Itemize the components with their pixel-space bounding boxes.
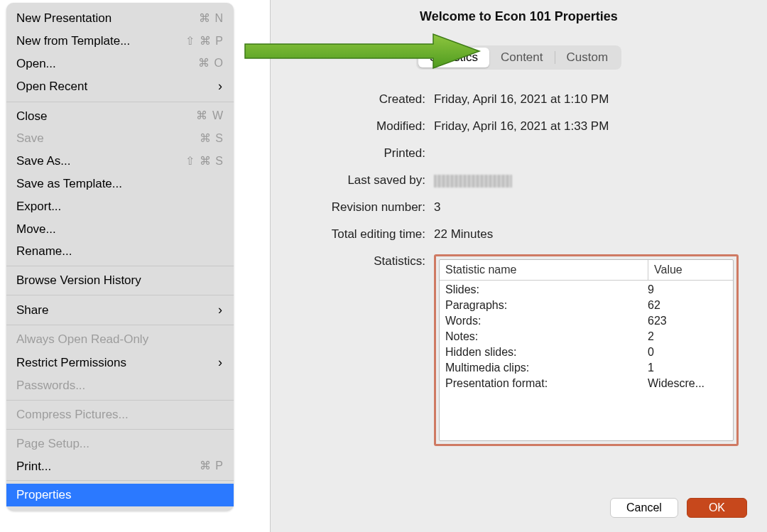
menu-item[interactable]: Save As...⇧ ⌘ S — [6, 150, 234, 173]
menu-item-shortcut: ⇧ ⌘ P — [185, 33, 224, 49]
menu-item[interactable]: Share› — [6, 298, 234, 322]
stat-value: 623 — [648, 315, 727, 327]
chevron-right-icon: › — [218, 354, 222, 371]
menu-item-shortcut: ⌘ O — [198, 55, 224, 71]
menu-item[interactable]: Rename... — [6, 240, 234, 263]
menu-item-label: New from Template... — [16, 33, 185, 50]
tab-group: Statistics Content Custom — [416, 45, 621, 70]
stats-header-name: Statistic name — [440, 260, 648, 280]
menu-item[interactable]: Export... — [6, 195, 234, 218]
last-saved-by-label: Last saved by: — [299, 172, 434, 188]
stats-row: Words:623 — [440, 313, 733, 329]
menu-item[interactable]: Properties — [6, 484, 234, 506]
stat-value: 2 — [648, 330, 727, 343]
stat-name: Paragraphs: — [445, 299, 648, 312]
menu-item-label: Export... — [16, 198, 224, 215]
stats-row: Notes:2 — [440, 329, 733, 344]
menu-item: Always Open Read-Only — [6, 328, 234, 351]
stat-value: 62 — [648, 299, 727, 312]
stat-value: 1 — [648, 362, 727, 374]
menu-item-label: Open Recent — [16, 78, 218, 95]
printed-label: Printed: — [299, 145, 434, 161]
tab-custom[interactable]: Custom — [555, 48, 620, 67]
stat-value: Widescre... — [648, 377, 727, 390]
menu-item-label: Browse Version History — [16, 272, 224, 289]
sheet-title: Welcome to Econ 101 Properties — [271, 0, 767, 45]
statistics-highlight-box: Statistic name Value Slides:9Paragraphs:… — [434, 254, 739, 446]
stat-name: Notes: — [445, 330, 648, 343]
stats-header-value: Value — [648, 260, 733, 280]
modified-value: Friday, April 16, 2021 at 1:33 PM — [434, 118, 739, 134]
menu-item-shortcut: ⌘ N — [199, 11, 224, 26]
menu-item-label: Open... — [16, 55, 198, 72]
menu-item-label: Properties — [16, 487, 224, 504]
stats-row: Multimedia clips:1 — [440, 360, 733, 376]
menu-item-label: Compress Pictures... — [16, 406, 224, 423]
revision-value: 3 — [434, 199, 739, 215]
dialog-buttons: Cancel OK — [610, 498, 747, 518]
menu-item[interactable]: Print...⌘ P — [6, 455, 234, 478]
tab-statistics[interactable]: Statistics — [418, 48, 489, 67]
stat-name: Slides: — [445, 283, 648, 296]
menu-item[interactable]: Save as Template... — [6, 173, 234, 195]
menu-item-shortcut: ⌘ S — [200, 131, 224, 146]
editing-time-value: 22 Minutes — [434, 226, 739, 241]
menu-item-shortcut: ⇧ ⌘ S — [185, 153, 224, 169]
stat-name: Hidden slides: — [445, 346, 648, 359]
stat-name: Multimedia clips: — [445, 362, 648, 374]
menu-item-label: Passwords... — [16, 377, 224, 394]
menu-item-label: Restrict Permissions — [16, 354, 218, 371]
menu-item: Save⌘ S — [6, 127, 234, 150]
menu-item-label: Print... — [16, 458, 200, 475]
created-label: Created: — [299, 91, 434, 107]
menu-item-label: Save — [16, 130, 200, 147]
fields-area: Created: Friday, April 16, 2021 at 1:10 … — [299, 91, 739, 446]
menu-item-label: Share — [16, 302, 218, 319]
menu-item-label: Rename... — [16, 243, 224, 260]
redacted-name — [434, 175, 512, 188]
tab-bar: Statistics Content Custom — [306, 45, 731, 70]
menu-item: Page Setup... — [6, 433, 234, 455]
printed-value — [434, 145, 739, 146]
stat-value: 0 — [648, 346, 727, 359]
stats-row: Slides:9 — [440, 282, 733, 298]
stats-row: Hidden slides:0 — [440, 344, 733, 360]
menu-item-label: New Presentation — [16, 10, 199, 27]
menu-item[interactable]: New from Template...⇧ ⌘ P — [6, 30, 234, 53]
menu-item: Passwords... — [6, 374, 234, 397]
statistics-label: Statistics: — [299, 253, 434, 268]
stat-value: 9 — [648, 283, 727, 296]
menu-item[interactable]: Open...⌘ O — [6, 53, 234, 75]
chevron-right-icon: › — [218, 301, 222, 319]
menu-item-shortcut: ⌘ W — [196, 108, 224, 124]
last-saved-by-value — [434, 172, 739, 188]
statistics-table: Statistic name Value Slides:9Paragraphs:… — [439, 259, 734, 441]
chevron-right-icon: › — [218, 77, 222, 95]
menu-item-label: Save As... — [16, 153, 185, 170]
menu-item-label: Always Open Read-Only — [16, 331, 224, 348]
properties-sheet: Welcome to Econ 101 Properties Statistic… — [270, 0, 767, 532]
menu-item: Compress Pictures... — [6, 403, 234, 426]
stats-row: Presentation format:Widescre... — [440, 376, 733, 391]
tab-content[interactable]: Content — [489, 48, 555, 67]
stats-row: Paragraphs:62 — [440, 298, 733, 313]
stat-name: Words: — [445, 315, 648, 327]
menu-item[interactable]: Move... — [6, 218, 234, 241]
menu-item[interactable]: Restrict Permissions› — [6, 351, 234, 374]
revision-label: Revision number: — [299, 199, 434, 215]
menu-item[interactable]: Browse Version History — [6, 269, 234, 292]
menu-item-label: Save as Template... — [16, 175, 224, 192]
stat-name: Presentation format: — [445, 377, 648, 390]
editing-time-label: Total editing time: — [299, 226, 434, 241]
modified-label: Modified: — [299, 118, 434, 134]
menu-item[interactable]: Open Recent› — [6, 75, 234, 98]
ok-button[interactable]: OK — [687, 498, 747, 518]
created-value: Friday, April 16, 2021 at 1:10 PM — [434, 91, 739, 107]
file-menu: New Presentation⌘ NNew from Template...⇧… — [6, 3, 234, 511]
menu-item-label: Close — [16, 108, 196, 125]
menu-item[interactable]: New Presentation⌘ N — [6, 7, 234, 30]
menu-item[interactable]: Close⌘ W — [6, 105, 234, 128]
cancel-button[interactable]: Cancel — [610, 498, 678, 518]
menu-item-shortcut: ⌘ P — [200, 458, 224, 474]
menu-item-label: Page Setup... — [16, 435, 224, 452]
